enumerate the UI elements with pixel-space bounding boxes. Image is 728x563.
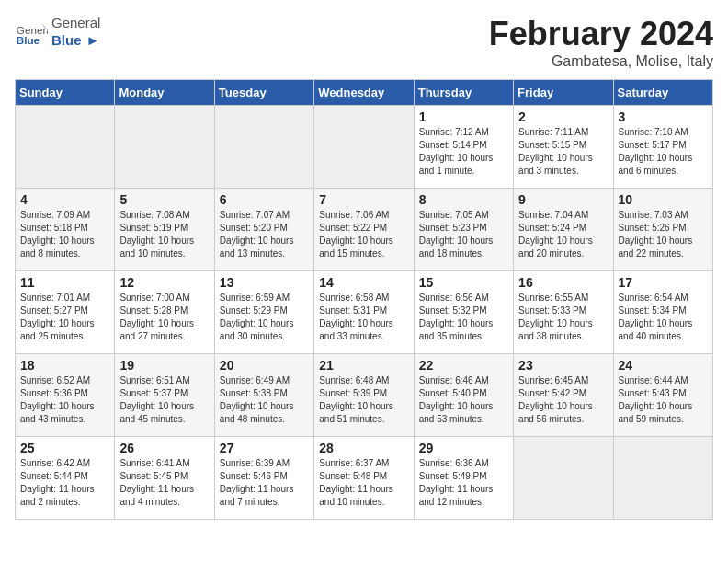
calendar-week-2: 4Sunrise: 7:09 AM Sunset: 5:18 PM Daylig… — [16, 189, 713, 271]
calendar-cell: 23Sunrise: 6:45 AM Sunset: 5:42 PM Dayli… — [514, 354, 613, 437]
day-number: 20 — [220, 358, 309, 373]
day-info: Sunrise: 7:11 AM Sunset: 5:15 PM Dayligh… — [518, 126, 608, 178]
calendar-cell: 4Sunrise: 7:09 AM Sunset: 5:18 PM Daylig… — [16, 189, 115, 271]
day-number: 14 — [319, 275, 408, 290]
day-number: 2 — [518, 109, 608, 124]
day-number: 11 — [20, 275, 109, 290]
day-number: 22 — [419, 358, 508, 373]
day-number: 24 — [619, 358, 708, 373]
day-number: 13 — [220, 275, 309, 290]
day-number: 7 — [319, 192, 408, 207]
day-number: 18 — [20, 358, 109, 373]
day-info: Sunrise: 6:46 AM Sunset: 5:40 PM Dayligh… — [419, 374, 508, 426]
calendar-week-3: 11Sunrise: 7:01 AM Sunset: 5:27 PM Dayli… — [16, 271, 713, 354]
calendar-week-1: 1Sunrise: 7:12 AM Sunset: 5:14 PM Daylig… — [16, 106, 713, 189]
calendar-cell: 13Sunrise: 6:59 AM Sunset: 5:29 PM Dayli… — [214, 271, 313, 354]
day-number: 19 — [119, 358, 209, 373]
calendar-cell: 6Sunrise: 7:07 AM Sunset: 5:20 PM Daylig… — [214, 189, 313, 271]
calendar-cell: 7Sunrise: 7:06 AM Sunset: 5:22 PM Daylig… — [314, 189, 414, 271]
calendar-cell: 2Sunrise: 7:11 AM Sunset: 5:15 PM Daylig… — [514, 106, 613, 189]
day-info: Sunrise: 6:41 AM Sunset: 5:45 PM Dayligh… — [119, 457, 209, 509]
calendar-cell: 8Sunrise: 7:05 AM Sunset: 5:23 PM Daylig… — [414, 189, 513, 271]
title-block: February 2024 Gambatesa, Molise, Italy — [489, 15, 713, 70]
day-info: Sunrise: 6:36 AM Sunset: 5:49 PM Dayligh… — [419, 457, 508, 509]
day-number: 15 — [419, 275, 508, 290]
calendar-cell: 26Sunrise: 6:41 AM Sunset: 5:45 PM Dayli… — [115, 437, 214, 520]
day-number: 1 — [419, 109, 508, 124]
day-info: Sunrise: 6:55 AM Sunset: 5:33 PM Dayligh… — [518, 292, 608, 343]
day-number: 8 — [419, 192, 508, 207]
calendar-cell: 29Sunrise: 6:36 AM Sunset: 5:49 PM Dayli… — [414, 437, 513, 520]
day-info: Sunrise: 6:42 AM Sunset: 5:44 PM Dayligh… — [20, 457, 109, 509]
day-info: Sunrise: 7:00 AM Sunset: 5:28 PM Dayligh… — [119, 292, 209, 343]
calendar-week-4: 18Sunrise: 6:52 AM Sunset: 5:36 PM Dayli… — [16, 354, 713, 437]
day-number: 12 — [119, 275, 209, 290]
day-info: Sunrise: 6:54 AM Sunset: 5:34 PM Dayligh… — [619, 292, 708, 343]
weekday-header-tuesday: Tuesday — [214, 80, 313, 106]
day-number: 9 — [518, 192, 608, 207]
day-number: 6 — [220, 192, 309, 207]
logo: General Blue General Blue ► — [15, 15, 100, 50]
calendar-cell: 17Sunrise: 6:54 AM Sunset: 5:34 PM Dayli… — [613, 271, 712, 354]
day-number: 16 — [518, 275, 608, 290]
day-info: Sunrise: 6:45 AM Sunset: 5:42 PM Dayligh… — [518, 374, 608, 426]
calendar-cell: 20Sunrise: 6:49 AM Sunset: 5:38 PM Dayli… — [214, 354, 313, 437]
day-info: Sunrise: 7:01 AM Sunset: 5:27 PM Dayligh… — [20, 292, 109, 343]
weekday-header-thursday: Thursday — [414, 80, 513, 106]
day-number: 29 — [419, 441, 508, 455]
day-info: Sunrise: 7:04 AM Sunset: 5:24 PM Dayligh… — [518, 209, 608, 260]
calendar-cell: 3Sunrise: 7:10 AM Sunset: 5:17 PM Daylig… — [613, 106, 712, 189]
day-number: 21 — [319, 358, 408, 373]
day-number: 23 — [518, 358, 608, 373]
logo-blue-text: Blue — [51, 32, 82, 48]
calendar-cell: 21Sunrise: 6:48 AM Sunset: 5:39 PM Dayli… — [314, 354, 414, 437]
day-info: Sunrise: 7:05 AM Sunset: 5:23 PM Dayligh… — [419, 209, 508, 260]
calendar-cell: 5Sunrise: 7:08 AM Sunset: 5:19 PM Daylig… — [115, 189, 214, 271]
calendar-cell — [514, 437, 613, 520]
month-title: February 2024 — [489, 15, 713, 53]
calendar-cell — [613, 437, 712, 520]
calendar-cell: 27Sunrise: 6:39 AM Sunset: 5:46 PM Dayli… — [214, 437, 313, 520]
calendar-cell: 14Sunrise: 6:58 AM Sunset: 5:31 PM Dayli… — [314, 271, 414, 354]
calendar-cell: 15Sunrise: 6:56 AM Sunset: 5:32 PM Dayli… — [414, 271, 513, 354]
day-number: 25 — [20, 441, 109, 455]
day-info: Sunrise: 7:03 AM Sunset: 5:26 PM Dayligh… — [619, 209, 708, 260]
calendar-cell: 19Sunrise: 6:51 AM Sunset: 5:37 PM Dayli… — [115, 354, 214, 437]
day-number: 26 — [119, 441, 209, 455]
day-info: Sunrise: 6:59 AM Sunset: 5:29 PM Dayligh… — [220, 292, 309, 343]
day-info: Sunrise: 6:44 AM Sunset: 5:43 PM Dayligh… — [619, 374, 708, 426]
calendar-cell: 16Sunrise: 6:55 AM Sunset: 5:33 PM Dayli… — [514, 271, 613, 354]
weekday-header-wednesday: Wednesday — [314, 80, 414, 106]
calendar-cell: 28Sunrise: 6:37 AM Sunset: 5:48 PM Dayli… — [314, 437, 414, 520]
logo-general-text: General — [51, 15, 100, 30]
weekday-header-row: SundayMondayTuesdayWednesdayThursdayFrid… — [16, 80, 713, 106]
day-number: 4 — [20, 192, 109, 207]
calendar-cell — [314, 106, 414, 189]
calendar-cell: 1Sunrise: 7:12 AM Sunset: 5:14 PM Daylig… — [414, 106, 513, 189]
weekday-header-monday: Monday — [115, 80, 214, 106]
calendar-cell — [214, 106, 313, 189]
calendar-cell: 18Sunrise: 6:52 AM Sunset: 5:36 PM Dayli… — [16, 354, 115, 437]
calendar-cell: 25Sunrise: 6:42 AM Sunset: 5:44 PM Dayli… — [16, 437, 115, 520]
day-info: Sunrise: 7:08 AM Sunset: 5:19 PM Dayligh… — [119, 209, 209, 260]
day-info: Sunrise: 6:56 AM Sunset: 5:32 PM Dayligh… — [419, 292, 508, 343]
day-info: Sunrise: 6:39 AM Sunset: 5:46 PM Dayligh… — [220, 457, 309, 509]
calendar-cell: 9Sunrise: 7:04 AM Sunset: 5:24 PM Daylig… — [514, 189, 613, 271]
calendar-cell: 11Sunrise: 7:01 AM Sunset: 5:27 PM Dayli… — [16, 271, 115, 354]
calendar-cell: 10Sunrise: 7:03 AM Sunset: 5:26 PM Dayli… — [613, 189, 712, 271]
day-info: Sunrise: 7:09 AM Sunset: 5:18 PM Dayligh… — [20, 209, 109, 260]
day-info: Sunrise: 6:48 AM Sunset: 5:39 PM Dayligh… — [319, 374, 408, 426]
day-number: 3 — [619, 109, 708, 124]
logo-icon: General Blue — [15, 16, 48, 49]
day-number: 5 — [119, 192, 209, 207]
day-info: Sunrise: 7:07 AM Sunset: 5:20 PM Dayligh… — [220, 209, 309, 260]
day-info: Sunrise: 6:58 AM Sunset: 5:31 PM Dayligh… — [319, 292, 408, 343]
day-number: 17 — [619, 275, 708, 290]
day-info: Sunrise: 7:06 AM Sunset: 5:22 PM Dayligh… — [319, 209, 408, 260]
weekday-header-saturday: Saturday — [613, 80, 712, 106]
day-number: 10 — [619, 192, 708, 207]
day-info: Sunrise: 7:10 AM Sunset: 5:17 PM Dayligh… — [619, 126, 708, 178]
calendar-cell — [115, 106, 214, 189]
location-subtitle: Gambatesa, Molise, Italy — [489, 53, 713, 70]
day-info: Sunrise: 6:51 AM Sunset: 5:37 PM Dayligh… — [119, 374, 209, 426]
